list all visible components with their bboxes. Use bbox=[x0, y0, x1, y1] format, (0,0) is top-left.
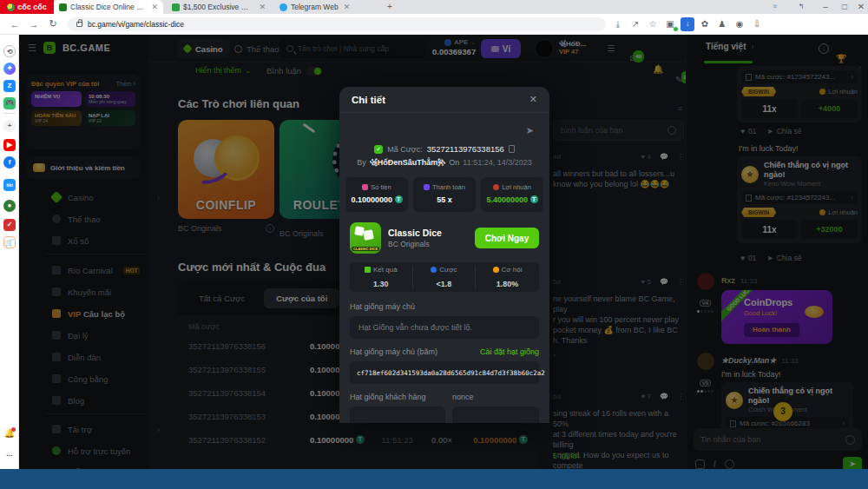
window-maximize-button[interactable]: ▢ bbox=[835, 0, 854, 14]
coccoc-brand-label: cốc cốc bbox=[17, 3, 47, 11]
stat-payout: Thanh toán 55 x bbox=[413, 177, 476, 212]
lock-icon bbox=[76, 22, 82, 27]
tether-coin-icon bbox=[395, 195, 403, 203]
browser-tab-strip: cốc cốc Classic Dice Online Slot - Pla ✕… bbox=[0, 0, 868, 14]
facebook-icon[interactable]: f bbox=[3, 156, 16, 169]
play-now-button[interactable]: Chơi Ngay bbox=[475, 228, 539, 248]
hashed-seed-row: Hạt giống máy chủ (băm) Cài đặt hạt giốn… bbox=[350, 347, 539, 356]
result-stats-strip: Kết quả 1.30 Cược <1.8 Cơ hội 1.80% bbox=[350, 262, 539, 292]
stat-bet-target: Cược <1.8 bbox=[413, 266, 477, 288]
profit-icon bbox=[493, 184, 499, 190]
coccoc-logo-icon bbox=[7, 3, 15, 11]
tab-close-icon[interactable]: ✕ bbox=[151, 3, 158, 11]
save-page-icon[interactable]: ⤓ bbox=[611, 17, 625, 31]
modal-game-provider: BC Originals bbox=[388, 240, 468, 248]
notification-bell-icon[interactable]: 🔔 bbox=[3, 427, 16, 439]
server-seed-label: Hạt giống máy chủ bbox=[350, 302, 539, 311]
bet-details-modal: Chi tiết ✕ ➤ ✓ Mã Cược: 3527211397633815… bbox=[339, 87, 549, 423]
profile-icon[interactable]: ◉ bbox=[733, 17, 746, 31]
share-page-icon[interactable]: ↗ bbox=[628, 17, 642, 31]
tether-coin-icon bbox=[530, 195, 538, 203]
result-icon bbox=[365, 267, 371, 273]
bcgame-favicon-icon bbox=[59, 3, 67, 11]
seed-settings-link[interactable]: Cài đặt hạt giống bbox=[480, 347, 539, 356]
verified-icon: ✓ bbox=[374, 145, 383, 154]
zalo-icon[interactable]: Z bbox=[3, 80, 16, 92]
browser-tab-2[interactable]: $1,500 Exclusive Mid-week C ✕ bbox=[167, 0, 271, 14]
bookmark-star-icon[interactable]: ☆ bbox=[646, 17, 660, 31]
bet-stats-row: Số tiền 0.10000000 Thanh toán 55 x Lợi n… bbox=[339, 177, 549, 212]
copy-icon[interactable] bbox=[509, 145, 515, 153]
sports-icon[interactable]: ● bbox=[3, 200, 16, 212]
page-url: bc.game/vi/game/classic-dice bbox=[88, 20, 184, 29]
messenger-icon[interactable]: ✦ bbox=[3, 63, 16, 75]
browser-tab-1[interactable]: Classic Dice Online Slot - Pla ✕ bbox=[54, 0, 163, 14]
stat-result: Kết quả 1.30 bbox=[350, 266, 413, 288]
forward-icon[interactable]: → bbox=[24, 19, 43, 30]
modal-header: Chi tiết ✕ bbox=[339, 87, 549, 113]
modal-game-row: CLASSIC DICE Classic Dice BC Originals C… bbox=[350, 222, 539, 254]
nonce-box[interactable] bbox=[452, 406, 539, 423]
reload-icon[interactable]: ↻ bbox=[43, 18, 62, 30]
restore-tab-icon[interactable]: ↰ bbox=[792, 0, 811, 14]
stat-amount: Số tiền 0.10000000 bbox=[345, 177, 408, 212]
promo-favicon-icon bbox=[172, 3, 180, 11]
chance-icon bbox=[493, 267, 499, 273]
extension-a-icon[interactable]: ✿ bbox=[698, 17, 712, 31]
check-app-icon[interactable]: ✓ bbox=[3, 219, 16, 231]
tab-close-icon[interactable]: ✕ bbox=[259, 3, 266, 11]
add-shortcut-icon[interactable]: + bbox=[3, 120, 16, 132]
client-seed-inputs bbox=[350, 406, 539, 423]
dice-icon bbox=[362, 184, 368, 190]
strip-divider bbox=[3, 113, 16, 114]
coccoc-brand[interactable]: cốc cốc bbox=[0, 0, 54, 14]
tiki-icon[interactable]: tiki bbox=[3, 179, 16, 191]
windows-taskbar: ▾ ⌃ ◁) ENG 11:51 AM 3/14/2023 bbox=[0, 469, 868, 489]
browser-side-strip: ⟲ ✦ Z 🎮 + ▶ f tiki ● ✓ 🛒 🔔 … bbox=[0, 35, 19, 469]
tab-title: Classic Dice Online Slot - Pla bbox=[70, 3, 146, 11]
games-icon[interactable]: 🎮 bbox=[3, 97, 16, 109]
bet-id-value: 35272113976338156 bbox=[427, 144, 504, 154]
extension-b-icon[interactable]: ♟ bbox=[715, 17, 729, 31]
bet-by-row: By ꧁HổĐenSâuThẳm꧂ On 11:51:24, 14/3/2023 bbox=[339, 158, 549, 167]
modal-title: Chi tiết bbox=[352, 95, 385, 105]
classic-dice-icon: CLASSIC DICE bbox=[350, 222, 381, 254]
server-seed-box[interactable]: Hạt Giống vẫn chưa được tiết lộ. bbox=[350, 316, 539, 339]
strip-more-icon[interactable]: … bbox=[3, 448, 16, 460]
hashed-seed-box[interactable]: cf718ef602d341593da0a28d6565d91c84d7d3f3… bbox=[350, 361, 539, 384]
window-close-button[interactable]: ✕ bbox=[854, 0, 868, 14]
stat-chance: Cơ hội 1.80% bbox=[476, 266, 539, 288]
stat-profit: Lợi nhuận 5.40000000 bbox=[481, 177, 543, 212]
tab-title: $1,500 Exclusive Mid-week C bbox=[183, 3, 253, 11]
history-icon[interactable]: ⟲ bbox=[3, 45, 16, 57]
payout-icon bbox=[424, 184, 430, 190]
modal-game-name[interactable]: Classic Dice bbox=[388, 228, 468, 238]
qr-scan-icon[interactable]: ⌗ bbox=[766, 0, 785, 14]
telegram-favicon-icon bbox=[279, 3, 287, 11]
modal-close-icon[interactable]: ✕ bbox=[529, 94, 537, 105]
modal-share-icon[interactable]: ➤ bbox=[526, 125, 534, 136]
client-seed-row: Hạt giống khách hàng nonce bbox=[350, 393, 539, 401]
bet-icon bbox=[431, 267, 437, 273]
bet-id-row: ✓ Mã Cược: 35272113976338156 bbox=[339, 144, 549, 154]
player-name[interactable]: ꧁HổĐenSâuThẳm꧂ bbox=[370, 158, 446, 167]
client-seed-box[interactable] bbox=[350, 406, 445, 423]
youtube-icon[interactable]: ▶ bbox=[3, 139, 16, 151]
cart-icon[interactable]: 🛒 bbox=[3, 236, 16, 248]
new-tab-button[interactable]: + bbox=[380, 0, 399, 14]
browser-address-bar: ← → ↻ bc.game/vi/game/classic-dice ⤓ ↗ ☆… bbox=[0, 14, 868, 35]
adblock-icon[interactable]: ▣ bbox=[663, 17, 677, 31]
browser-tab-3[interactable]: Telegram Web ✕ bbox=[274, 0, 377, 14]
tab-close-icon[interactable]: ✕ bbox=[344, 3, 351, 11]
window-minimize-button[interactable]: – bbox=[816, 0, 835, 14]
tab-title: Telegram Web bbox=[291, 3, 339, 11]
bet-datetime: 11:51:24, 14/3/2023 bbox=[463, 158, 531, 167]
url-field[interactable]: bc.game/vi/game/classic-dice bbox=[68, 17, 606, 31]
download-manager-icon[interactable]: ↓ bbox=[681, 17, 694, 31]
downloads-icon[interactable]: ⇩ bbox=[750, 17, 764, 31]
back-icon[interactable]: ← bbox=[5, 19, 24, 30]
